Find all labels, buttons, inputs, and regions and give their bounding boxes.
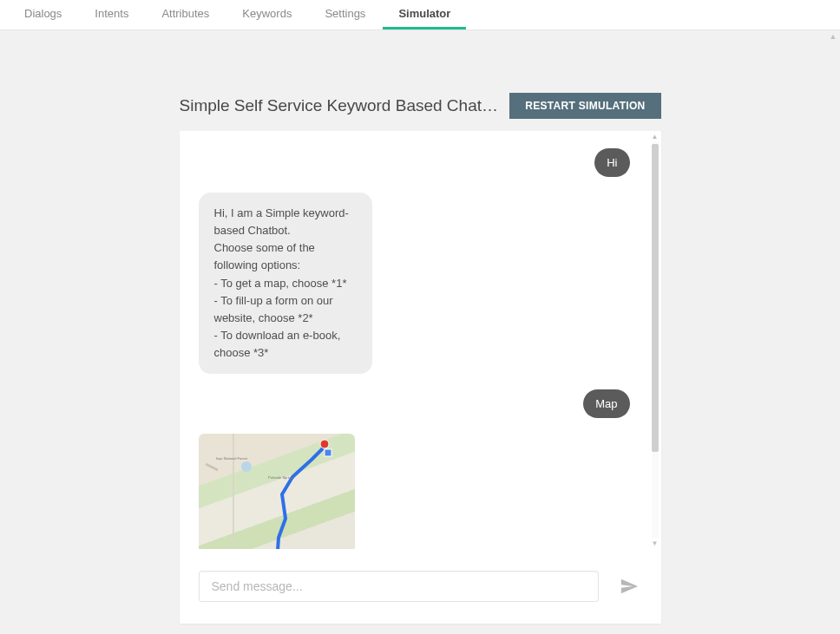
user-message: Hi bbox=[594, 148, 629, 177]
message-row-user: Map bbox=[199, 389, 630, 418]
header-row: Simple Self Service Keyword Based Chatbo… bbox=[180, 93, 661, 119]
page-title: Simple Self Service Keyword Based Chatbo… bbox=[180, 96, 503, 115]
tab-keywords[interactable]: Keywords bbox=[226, 0, 307, 29]
chat-scrollbar[interactable]: ▲ ▼ bbox=[649, 131, 661, 549]
scrollbar-thumb[interactable] bbox=[652, 144, 659, 452]
chat-window: Hi Hi, I am a Simple keyword-based Chatb… bbox=[180, 131, 661, 624]
chat-messages: Hi Hi, I am a Simple keyword-based Chatb… bbox=[180, 131, 649, 549]
user-message: Map bbox=[583, 389, 629, 418]
tab-attributes[interactable]: Attributes bbox=[146, 0, 225, 29]
bot-message: Hi, I am a Simple keyword-based Chatbot.… bbox=[199, 193, 372, 374]
scrollbar-track[interactable] bbox=[652, 142, 659, 538]
send-button[interactable] bbox=[616, 573, 642, 599]
tab-dialogs[interactable]: Dialogs bbox=[9, 0, 77, 29]
svg-text:Palisade Springs: Palisade Springs bbox=[268, 475, 294, 480]
message-row-bot: Inyo National Forest Palisade Springs bbox=[199, 434, 630, 549]
page-body: ▲ Simple Self Service Keyword Based Chat… bbox=[0, 30, 840, 634]
tab-intents[interactable]: Intents bbox=[79, 0, 144, 29]
message-input[interactable] bbox=[199, 571, 599, 602]
map-icon: Inyo National Forest Palisade Springs bbox=[199, 434, 355, 549]
tab-settings[interactable]: Settings bbox=[309, 0, 381, 29]
chevron-down-icon[interactable]: ▼ bbox=[652, 538, 659, 549]
restart-simulation-button[interactable]: RESTART SIMULATION bbox=[509, 93, 660, 119]
composer bbox=[180, 549, 661, 624]
page-scrollbar[interactable]: ▲ bbox=[826, 30, 840, 634]
svg-point-1 bbox=[320, 440, 329, 448]
svg-text:Inyo National Forest: Inyo National Forest bbox=[216, 456, 248, 461]
message-row-bot: Hi, I am a Simple keyword-based Chatbot.… bbox=[199, 193, 630, 374]
chevron-up-icon[interactable]: ▲ bbox=[652, 131, 659, 142]
svg-point-3 bbox=[241, 461, 252, 472]
bot-message-map: Inyo National Forest Palisade Springs bbox=[199, 434, 355, 549]
scroll-up-icon[interactable]: ▲ bbox=[829, 32, 837, 41]
send-icon bbox=[620, 577, 639, 596]
svg-rect-2 bbox=[325, 449, 331, 456]
tab-simulator[interactable]: Simulator bbox=[383, 0, 466, 29]
message-row-user: Hi bbox=[199, 148, 630, 177]
top-tabs: Dialogs Intents Attributes Keywords Sett… bbox=[0, 0, 840, 30]
